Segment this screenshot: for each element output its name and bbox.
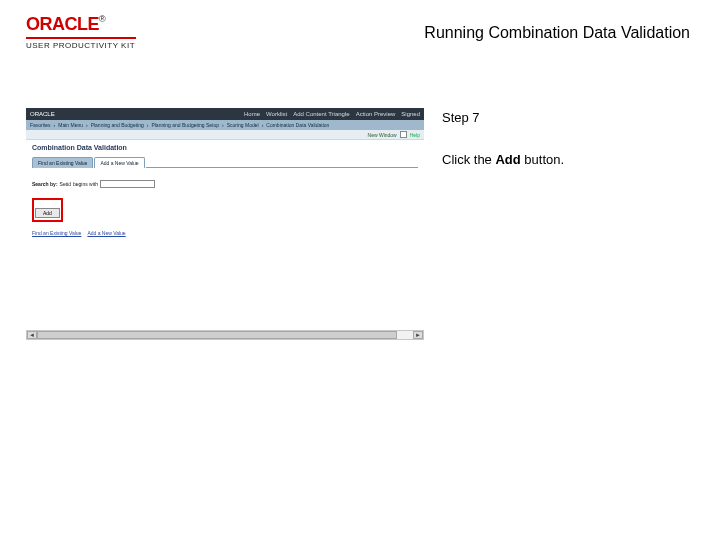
help-link[interactable]: Help	[410, 132, 420, 138]
top-tab[interactable]: Worklist	[266, 111, 287, 117]
top-tab[interactable]: Signed	[401, 111, 420, 117]
scroll-right-icon[interactable]: ►	[413, 331, 423, 339]
search-operator: begins with	[73, 181, 98, 187]
top-tab[interactable]: Add Content Triangle	[293, 111, 349, 117]
crumb[interactable]: Planning and Budgeting	[91, 122, 144, 128]
new-window-link[interactable]: New Window	[368, 132, 397, 138]
link-find-existing[interactable]: Find an Existing Value	[32, 230, 81, 236]
oracle-logo: ORACLE®	[26, 14, 136, 35]
top-tab[interactable]: Action Preview	[356, 111, 396, 117]
crumb[interactable]: Main Menu	[58, 122, 83, 128]
app-toolbar: New Window Help	[26, 130, 424, 140]
app-logo: ORACLE	[30, 111, 55, 117]
search-field-label: Setid	[60, 181, 71, 187]
app-top-tabs: Home Worklist Add Content Triangle Actio…	[244, 111, 420, 117]
step-label: Step 7	[442, 108, 692, 128]
app-header: ORACLE Home Worklist Add Content Triangl…	[26, 108, 424, 120]
help-icon[interactable]	[400, 131, 407, 138]
crumb[interactable]: Favorites	[30, 122, 51, 128]
add-button[interactable]: Add	[35, 208, 60, 218]
brand-block: ORACLE® USER PRODUCTIVITY KIT	[26, 14, 136, 50]
document-title: Running Combination Data Validation	[424, 24, 690, 42]
embedded-screenshot: ORACLE Home Worklist Add Content Triangl…	[26, 108, 424, 340]
tab-find-existing[interactable]: Find an Existing Value	[32, 157, 93, 168]
instr-suffix: button.	[521, 152, 564, 167]
add-button-highlight: Add	[32, 198, 63, 222]
scroll-thumb[interactable]	[37, 331, 397, 339]
breadcrumb: Favorites› Main Menu› Planning and Budge…	[26, 120, 424, 130]
scroll-left-icon[interactable]: ◄	[27, 331, 37, 339]
search-input[interactable]	[100, 180, 155, 188]
crumb[interactable]: Combination Data Validation	[266, 122, 329, 128]
instruction-text: Click the Add button.	[442, 150, 692, 170]
bottom-links: Find an Existing Value Add a New Value	[32, 230, 418, 236]
link-add-new[interactable]: Add a New Value	[87, 230, 125, 236]
tab-add-new[interactable]: Add a New Value	[94, 157, 144, 168]
instruction-panel: Step 7 Click the Add button.	[442, 108, 692, 169]
horizontal-scrollbar[interactable]: ◄ ►	[26, 330, 424, 340]
brand-divider	[26, 37, 136, 39]
instr-bold: Add	[495, 152, 520, 167]
inner-tabbar: Find an Existing Value Add a New Value	[32, 157, 418, 168]
brand-subtitle: USER PRODUCTIVITY KIT	[26, 41, 136, 50]
top-tab[interactable]: Home	[244, 111, 260, 117]
page-title: Combination Data Validation	[32, 144, 418, 151]
crumb[interactable]: Scoring Model	[227, 122, 259, 128]
search-row: Search by: Setid begins with	[32, 176, 418, 188]
crumb[interactable]: Planning and Budgeting Setup	[151, 122, 219, 128]
scroll-track[interactable]	[37, 331, 413, 339]
search-by-label: Search by:	[32, 181, 58, 187]
instr-prefix: Click the	[442, 152, 495, 167]
